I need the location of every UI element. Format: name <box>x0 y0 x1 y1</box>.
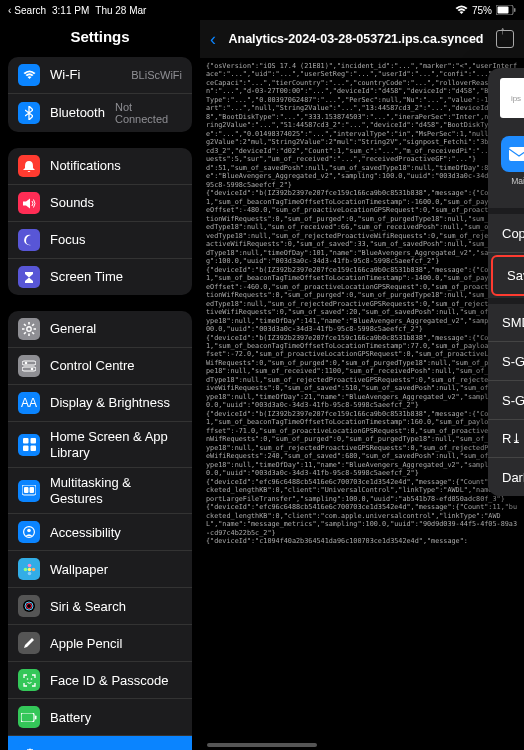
svg-point-18 <box>27 564 31 568</box>
sidebar-item-label: Display & Brightness <box>50 395 182 411</box>
sidebar-item-siri-search[interactable]: Siri & Search <box>8 588 192 625</box>
svg-rect-28 <box>35 715 37 719</box>
sidebar-item-accessibility[interactable]: Accessibility <box>8 514 192 551</box>
svg-rect-14 <box>30 487 35 493</box>
action-save-to-files[interactable]: Save to Files <box>491 255 524 296</box>
mail-icon <box>501 136 524 172</box>
battery-percent: 75% <box>472 5 492 16</box>
share-target-mail[interactable]: Mail <box>498 136 524 196</box>
person-icon <box>18 521 40 543</box>
sidebar-item-label: Accessibility <box>50 525 182 541</box>
status-time: 3:11 PM <box>52 5 89 16</box>
svg-point-5 <box>25 362 28 365</box>
svg-point-7 <box>31 368 34 371</box>
bluetooth-icon <box>18 102 40 124</box>
main-pane: ‹ Analytics-2024-03-28-053721.ips.ca.syn… <box>200 20 524 750</box>
hand-icon <box>18 480 40 502</box>
svg-rect-11 <box>30 446 36 452</box>
switches-icon <box>18 355 40 377</box>
sidebar-item-value: Not Connected <box>115 101 182 125</box>
hourglass-icon <box>18 266 40 288</box>
svg-rect-2 <box>514 8 516 12</box>
action-label: Save to Files <box>507 268 524 283</box>
svg-rect-1 <box>498 7 509 14</box>
sidebar-item-multitasking-gestures[interactable]: Multitasking & Gestures <box>8 468 192 514</box>
sidebar-title: Settings <box>0 20 200 57</box>
action-label: SMD 3.5.8 <box>502 315 524 330</box>
sidebar-item-label: Sounds <box>50 195 182 211</box>
svg-point-3 <box>27 327 31 331</box>
home-indicator[interactable] <box>207 743 317 747</box>
sidebar-item-label: Wallpaper <box>50 562 182 578</box>
action-r-download-updated-2023-[interactable]: R⤓ Download [Updated 2023] <box>488 420 524 458</box>
svg-rect-9 <box>30 438 36 444</box>
svg-rect-6 <box>22 367 36 371</box>
sidebar-item-notifications[interactable]: Notifications <box>8 148 192 185</box>
sidebar-item-label: Multitasking & Gestures <box>50 475 182 506</box>
action-label: S-GPT <box>502 393 524 408</box>
sidebar-item-label: Siri & Search <box>50 599 182 615</box>
log-content[interactable]: {"osVersion":"iOS 17.4 (21E81)","inciden… <box>200 58 524 750</box>
action-dark-safari[interactable]: Dark safari <box>488 458 524 496</box>
speaker-icon <box>18 192 40 214</box>
gear-icon <box>18 318 40 340</box>
breadcrumb-search[interactable]: ‹ Search <box>8 5 46 16</box>
sidebar-item-label: Apple Pencil <box>50 636 182 652</box>
sidebar-item-value: BLiScWiFi <box>131 69 182 81</box>
action-smd-3-5-8[interactable]: SMD 3.5.8 <box>488 304 524 342</box>
svg-point-16 <box>27 529 31 533</box>
sidebar-item-sounds[interactable]: Sounds <box>8 185 192 222</box>
page-title: Analytics-2024-03-28-053721.ips.ca.synce… <box>224 32 488 46</box>
svg-point-21 <box>31 568 35 572</box>
back-button[interactable]: ‹ <box>210 29 216 50</box>
svg-rect-13 <box>24 487 29 493</box>
sidebar-item-home-screen-app-library[interactable]: Home Screen & App Library <box>8 422 192 468</box>
chevron-left-icon: ‹ <box>8 5 11 16</box>
sidebar-item-label: Home Screen & App Library <box>50 429 182 460</box>
sidebar-item-display-brightness[interactable]: AADisplay & Brightness <box>8 385 192 422</box>
settings-sidebar: Settings Wi-FiBLiScWiFiBluetoothNot Conn… <box>0 20 200 750</box>
sidebar-item-label: Screen Time <box>50 269 182 285</box>
sidebar-item-privacy-security[interactable]: Privacy & Security <box>8 736 192 750</box>
sidebar-item-battery[interactable]: Battery <box>8 699 192 736</box>
pencil-icon <box>18 632 40 654</box>
share-targets: Mail Freeform GIF GIF Keyboard ⋯ More <box>488 128 524 208</box>
svg-rect-4 <box>22 361 36 365</box>
wifi-icon <box>18 64 40 86</box>
faceid-icon <box>18 669 40 691</box>
sidebar-item-label: Bluetooth <box>50 105 105 121</box>
action-copy[interactable]: Copy <box>488 214 524 253</box>
bell-icon <box>18 155 40 177</box>
sidebar-item-label: General <box>50 321 182 337</box>
svg-point-17 <box>27 568 31 572</box>
svg-point-20 <box>23 568 27 572</box>
sidebar-item-label: Control Centre <box>50 358 182 374</box>
action-s-gpt[interactable]: S-GPT <box>488 381 524 420</box>
battery-icon <box>18 706 40 728</box>
share-button[interactable] <box>496 30 514 48</box>
sidebar-item-label: Notifications <box>50 158 182 174</box>
sidebar-item-wi-fi[interactable]: Wi-FiBLiScWiFi <box>8 57 192 94</box>
action-label: S-GPT 1 <box>502 354 524 369</box>
sidebar-item-label: Face ID & Passcode <box>50 673 182 689</box>
svg-point-25 <box>26 678 28 680</box>
siri-icon <box>18 595 40 617</box>
sidebar-item-label: Wi-Fi <box>50 67 121 83</box>
status-bar: ‹ Search 3:11 PM Thu 28 Mar 75% <box>0 0 524 20</box>
sidebar-item-wallpaper[interactable]: Wallpaper <box>8 551 192 588</box>
action-s-gpt-1[interactable]: S-GPT 1 <box>488 342 524 381</box>
grid-icon <box>18 434 40 456</box>
sidebar-item-screen-time[interactable]: Screen Time <box>8 259 192 295</box>
sidebar-item-apple-pencil[interactable]: Apple Pencil <box>8 625 192 662</box>
main-header: ‹ Analytics-2024-03-28-053721.ips.ca.syn… <box>200 20 524 58</box>
moon-icon <box>18 229 40 251</box>
svg-point-19 <box>27 572 31 576</box>
sidebar-item-control-centre[interactable]: Control Centre <box>8 348 192 385</box>
sidebar-item-face-id-passcode[interactable]: Face ID & Passcode <box>8 662 192 699</box>
sidebar-item-focus[interactable]: Focus <box>8 222 192 259</box>
svg-rect-27 <box>21 713 34 722</box>
sidebar-item-general[interactable]: General <box>8 311 192 348</box>
sidebar-item-bluetooth[interactable]: BluetoothNot Connected <box>8 94 192 132</box>
flower-icon <box>18 558 40 580</box>
sidebar-item-label: Battery <box>50 710 182 726</box>
